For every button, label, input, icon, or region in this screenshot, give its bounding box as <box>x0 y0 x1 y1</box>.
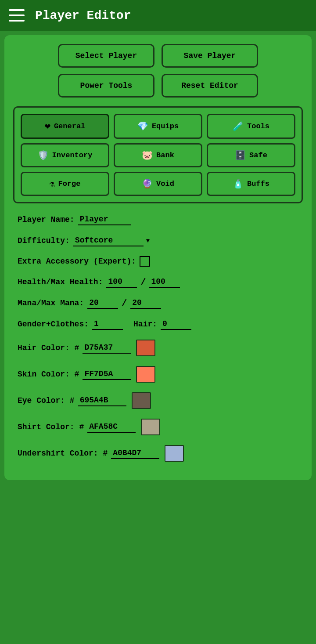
tab-tools-label: Tools <box>247 122 269 130</box>
health-divider: / <box>140 277 146 287</box>
orb-icon: 🔮 <box>142 178 153 189</box>
main-content: Select Player Save Player Power Tools Re… <box>4 35 312 480</box>
player-name-row: Player Name: <box>18 214 298 225</box>
mana-label: Mana/Max Mana: <box>18 299 84 308</box>
top-buttons-row1: Select Player Save Player <box>13 44 303 68</box>
buff-icon: 🧴 <box>233 178 244 189</box>
health-max-input[interactable] <box>149 276 180 288</box>
menu-icon[interactable] <box>9 9 25 22</box>
heart-icon: ❤️ <box>45 120 50 132</box>
undershirt-color-label: Undershirt Color: # <box>18 449 108 458</box>
tab-void[interactable]: 🔮 Void <box>114 172 202 196</box>
health-input[interactable] <box>106 276 137 288</box>
tab-general-label: General <box>54 122 85 130</box>
gender-clothes-input[interactable] <box>92 318 123 330</box>
skin-color-row: Skin Color: # <box>18 366 298 383</box>
difficulty-select[interactable]: Softcore Mediumcore Hardcore <box>73 235 144 246</box>
player-name-label: Player Name: <box>18 215 75 224</box>
tab-buffs-label: Buffs <box>247 180 269 188</box>
tab-tools[interactable]: 🧪 Tools <box>207 114 295 139</box>
undershirt-color-input[interactable] <box>111 448 159 459</box>
shirt-color-swatch[interactable] <box>141 419 160 435</box>
forge-icon: ⚗️ <box>49 178 54 189</box>
tab-safe-label: Safe <box>249 151 267 159</box>
health-label: Health/Max Health: <box>18 278 103 286</box>
tab-forge-label: Forge <box>58 180 81 188</box>
shirt-color-row: Shirt Color: # <box>18 419 298 435</box>
reset-editor-button[interactable]: Reset Editor <box>162 74 258 98</box>
mana-max-input[interactable] <box>130 297 161 309</box>
tab-void-label: Void <box>156 180 174 188</box>
shirt-color-label: Shirt Color: # <box>18 423 84 431</box>
tab-bank[interactable]: 🐷 Bank <box>114 143 202 167</box>
tab-panel: ❤️ General 💎 Equips 🧪 Tools 🛡️ Inventory… <box>13 106 303 203</box>
eye-color-label: Eye Color: # <box>18 396 75 405</box>
skin-color-label: Skin Color: # <box>18 370 79 379</box>
tab-buffs[interactable]: 🧴 Buffs <box>207 172 295 196</box>
tab-inventory[interactable]: 🛡️ Inventory <box>21 143 109 167</box>
hair-color-input[interactable] <box>83 342 131 354</box>
power-tools-button[interactable]: Power Tools <box>58 74 154 98</box>
eye-color-row: Eye Color: # <box>18 392 298 409</box>
hair-color-swatch[interactable] <box>136 340 155 356</box>
mana-input[interactable] <box>87 297 118 309</box>
form-section: Player Name: Difficulty: Softcore Medium… <box>13 214 303 462</box>
hair-label: Hair: <box>133 320 157 329</box>
extra-accessory-row: Extra Accessory (Expert): <box>18 256 298 267</box>
hair-input[interactable] <box>161 318 191 330</box>
undershirt-color-swatch[interactable] <box>165 445 184 462</box>
tab-equips-label: Equips <box>152 122 179 130</box>
diamond-icon: 💎 <box>137 121 148 132</box>
skin-color-input[interactable] <box>83 369 131 380</box>
shirt-color-input[interactable] <box>87 421 136 433</box>
save-player-button[interactable]: Save Player <box>162 44 258 68</box>
difficulty-label: Difficulty: <box>18 236 70 245</box>
tab-safe[interactable]: 🗄️ Safe <box>207 143 295 167</box>
undershirt-color-row: Undershirt Color: # <box>18 445 298 462</box>
difficulty-dropdown-wrapper: Softcore Mediumcore Hardcore ▼ <box>73 235 150 246</box>
gender-clothes-label: Gender+Clothes: <box>18 320 89 329</box>
tab-equips[interactable]: 💎 Equips <box>114 114 202 139</box>
piggy-icon: 🐷 <box>142 150 153 161</box>
app-header: Player Editor <box>0 0 316 31</box>
eye-color-input[interactable] <box>78 395 126 406</box>
select-player-button[interactable]: Select Player <box>58 44 154 68</box>
eye-color-swatch[interactable] <box>132 392 151 409</box>
top-buttons-row2: Power Tools Reset Editor <box>13 74 303 98</box>
mana-divider: / <box>122 298 127 308</box>
shield-icon: 🛡️ <box>38 150 49 161</box>
potion-icon: 🧪 <box>233 121 244 132</box>
health-row: Health/Max Health: / <box>18 276 298 288</box>
safe-icon: 🗄️ <box>235 150 246 161</box>
extra-accessory-checkbox[interactable] <box>140 256 150 267</box>
tab-inventory-label: Inventory <box>52 151 93 159</box>
chevron-down-icon: ▼ <box>146 237 150 244</box>
hair-color-label: Hair Color: # <box>18 344 79 352</box>
gender-hair-row: Gender+Clothes: Hair: <box>18 318 298 330</box>
tab-general[interactable]: ❤️ General <box>21 114 109 139</box>
page-title: Player Editor <box>35 9 131 22</box>
tab-forge[interactable]: ⚗️ Forge <box>21 172 109 196</box>
hair-color-row: Hair Color: # <box>18 340 298 356</box>
tab-bank-label: Bank <box>156 151 174 159</box>
extra-accessory-label: Extra Accessory (Expert): <box>18 257 136 266</box>
player-name-input[interactable] <box>78 214 131 225</box>
mana-row: Mana/Max Mana: / <box>18 297 298 309</box>
skin-color-swatch[interactable] <box>136 366 155 383</box>
difficulty-row: Difficulty: Softcore Mediumcore Hardcore… <box>18 235 298 246</box>
